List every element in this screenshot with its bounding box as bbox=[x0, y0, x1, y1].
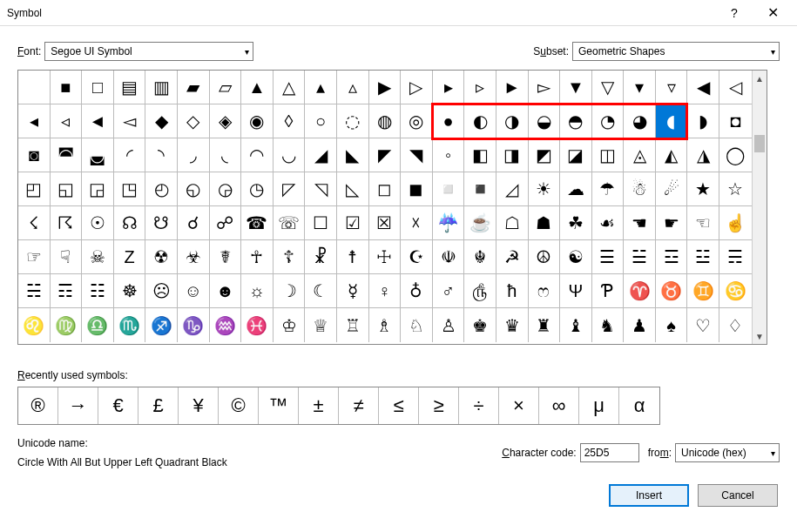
recent-symbol-cell[interactable]: ¥ bbox=[179, 387, 219, 424]
symbol-cell[interactable]: ◄ bbox=[82, 104, 114, 138]
symbol-cell[interactable]: ◽ bbox=[433, 172, 465, 206]
symbol-cell[interactable]: ◶ bbox=[210, 172, 242, 206]
symbol-cell[interactable]: ☕ bbox=[464, 206, 496, 240]
scroll-thumb[interactable] bbox=[754, 135, 765, 152]
symbol-cell[interactable]: ☿ bbox=[337, 274, 369, 308]
symbol-cell[interactable]: ◘ bbox=[719, 104, 752, 138]
symbol-cell[interactable]: ♜ bbox=[529, 308, 561, 342]
symbol-cell[interactable]: ▷ bbox=[401, 71, 433, 104]
symbol-cell[interactable]: ☆ bbox=[719, 172, 752, 206]
symbol-cell[interactable]: ħ bbox=[496, 274, 529, 308]
symbol-cell[interactable]: ♈ bbox=[624, 274, 656, 308]
symbol-cell[interactable]: ◤ bbox=[369, 138, 402, 172]
symbol-cell[interactable]: ◇ bbox=[178, 104, 210, 138]
symbol-cell[interactable]: ☛ bbox=[656, 206, 688, 240]
symbol-cell[interactable]: ▥ bbox=[145, 71, 178, 104]
from-select[interactable]: Unicode (hex) ▾ bbox=[675, 443, 780, 462]
symbol-cell[interactable]: ▽ bbox=[592, 71, 625, 104]
symbol-cell[interactable]: ◦ bbox=[433, 138, 465, 172]
symbol-cell[interactable]: Ƥ bbox=[592, 274, 625, 308]
recent-symbol-cell[interactable]: μ bbox=[579, 387, 619, 424]
symbol-cell[interactable] bbox=[18, 71, 51, 104]
symbol-cell[interactable]: ◪ bbox=[560, 138, 592, 172]
symbol-cell[interactable]: ☉ bbox=[82, 206, 114, 240]
symbol-cell[interactable]: ♐ bbox=[145, 308, 178, 342]
symbol-cell[interactable]: ◖ bbox=[656, 104, 688, 138]
symbol-cell[interactable]: ☝ bbox=[719, 206, 752, 240]
symbol-cell[interactable]: ☌ bbox=[178, 206, 210, 240]
symbol-cell[interactable]: ◞ bbox=[178, 138, 210, 172]
symbol-cell[interactable]: ◐ bbox=[464, 104, 496, 138]
symbol-cell[interactable]: ◙ bbox=[18, 138, 51, 172]
recent-symbol-cell[interactable]: × bbox=[499, 387, 539, 424]
symbol-cell[interactable]: ♙ bbox=[433, 308, 465, 342]
symbol-cell[interactable]: ☀ bbox=[529, 172, 561, 206]
symbol-cell[interactable]: ☒ bbox=[369, 206, 402, 240]
symbol-cell[interactable]: ▿ bbox=[656, 71, 688, 104]
symbol-cell[interactable]: ♗ bbox=[369, 308, 402, 342]
symbol-cell[interactable]: ♁ bbox=[401, 274, 433, 308]
symbol-cell[interactable]: ♟ bbox=[624, 308, 656, 342]
symbol-cell[interactable]: ☁ bbox=[560, 172, 592, 206]
symbol-cell[interactable]: ◹ bbox=[305, 172, 337, 206]
symbol-cell[interactable]: ◱ bbox=[51, 172, 83, 206]
symbol-cell[interactable]: ▴ bbox=[305, 71, 337, 104]
symbol-cell[interactable]: ◯ bbox=[719, 138, 752, 172]
symbol-cell[interactable]: ◂ bbox=[18, 104, 51, 138]
font-select[interactable]: Segoe UI Symbol ▾ bbox=[44, 42, 253, 61]
symbol-cell[interactable]: ♒ bbox=[210, 308, 242, 342]
symbol-cell[interactable]: ◚ bbox=[51, 138, 83, 172]
symbol-cell[interactable]: ☴ bbox=[719, 240, 752, 274]
symbol-cell[interactable]: ◁ bbox=[719, 71, 752, 104]
symbol-cell[interactable]: ♍ bbox=[51, 308, 83, 342]
symbol-cell[interactable]: ♉ bbox=[656, 274, 688, 308]
symbol-cell[interactable]: ◟ bbox=[210, 138, 242, 172]
symbol-cell[interactable]: ☵ bbox=[18, 274, 51, 308]
symbol-cell[interactable]: ◫ bbox=[592, 138, 625, 172]
symbol-cell[interactable]: ☍ bbox=[210, 206, 242, 240]
symbol-cell[interactable]: ◭ bbox=[656, 138, 688, 172]
symbol-cell[interactable]: ☭ bbox=[496, 240, 529, 274]
symbol-cell[interactable]: ♝ bbox=[560, 308, 592, 342]
symbol-cell[interactable]: ☻ bbox=[210, 274, 242, 308]
symbol-cell[interactable]: ☔ bbox=[433, 206, 465, 240]
symbol-cell[interactable]: ♞ bbox=[592, 308, 625, 342]
symbol-cell[interactable]: ◿ bbox=[496, 172, 529, 206]
symbol-cell[interactable]: ▹ bbox=[464, 71, 496, 104]
symbol-cell[interactable]: ◃ bbox=[51, 104, 83, 138]
symbol-cell[interactable]: ☼ bbox=[241, 274, 274, 308]
symbol-cell[interactable]: ☪ bbox=[401, 240, 433, 274]
symbol-cell[interactable]: ௹ bbox=[464, 274, 496, 308]
symbol-cell[interactable]: ☏ bbox=[274, 206, 306, 240]
recent-symbol-cell[interactable]: → bbox=[58, 387, 98, 424]
symbol-cell[interactable]: ◣ bbox=[337, 138, 369, 172]
symbol-cell[interactable]: ◊ bbox=[274, 104, 306, 138]
symbol-grid[interactable]: ■□▤▥▰▱▲△▴▵▶▷▸▹►▻▼▽▾▿◀◁◂◃◄◅◆◇◈◉◊○◌◍◎●◐◑◒◓… bbox=[18, 71, 752, 344]
symbol-cell[interactable]: ♛ bbox=[496, 308, 529, 342]
symbol-cell[interactable]: ◵ bbox=[178, 172, 210, 206]
symbol-cell[interactable]: ◷ bbox=[241, 172, 274, 206]
symbol-cell[interactable]: ෆ bbox=[529, 274, 561, 308]
symbol-cell[interactable]: ☚ bbox=[624, 206, 656, 240]
symbol-cell[interactable]: ☗ bbox=[529, 206, 561, 240]
symbol-cell[interactable]: ◕ bbox=[624, 104, 656, 138]
symbol-cell[interactable]: ☩ bbox=[369, 240, 402, 274]
symbol-cell[interactable]: ◑ bbox=[496, 104, 529, 138]
symbol-cell[interactable]: ☽ bbox=[274, 274, 306, 308]
symbol-cell[interactable]: ♡ bbox=[687, 308, 719, 342]
symbol-cell[interactable]: ☟ bbox=[51, 240, 83, 274]
symbol-cell[interactable]: ☬ bbox=[464, 240, 496, 274]
scrollbar[interactable]: ▲ ▼ bbox=[752, 71, 767, 344]
symbol-cell[interactable]: ▶ bbox=[369, 71, 402, 104]
symbol-cell[interactable]: ☥ bbox=[241, 240, 274, 274]
symbol-cell[interactable]: ♂ bbox=[433, 274, 465, 308]
symbol-cell[interactable]: ☲ bbox=[656, 240, 688, 274]
symbol-cell[interactable]: ☐ bbox=[305, 206, 337, 240]
recent-symbol-cell[interactable]: ® bbox=[18, 387, 58, 424]
recent-symbol-cell[interactable]: ÷ bbox=[459, 387, 499, 424]
symbol-cell[interactable]: ♠ bbox=[656, 308, 688, 342]
symbol-cell[interactable]: ☞ bbox=[18, 240, 51, 274]
symbol-cell[interactable]: ☧ bbox=[305, 240, 337, 274]
symbol-cell[interactable]: ☠ bbox=[82, 240, 114, 274]
symbol-cell[interactable]: ◾ bbox=[464, 172, 496, 206]
